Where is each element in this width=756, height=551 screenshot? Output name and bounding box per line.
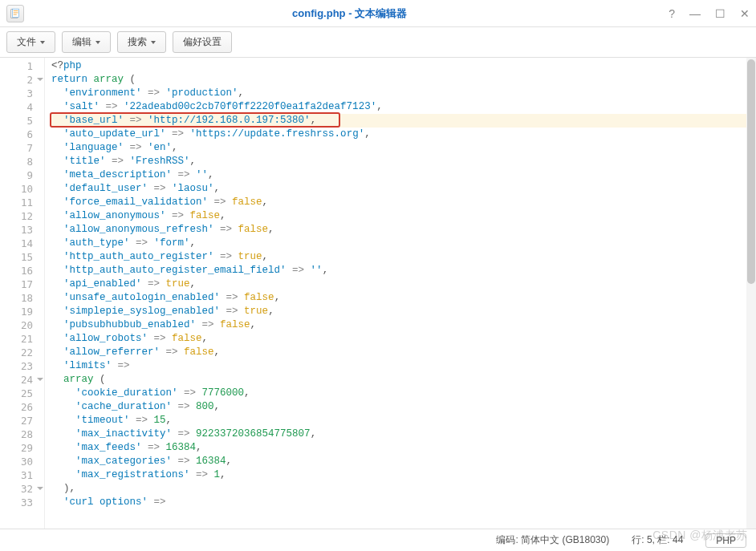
line-number: 18 xyxy=(0,291,33,305)
edit-menu-label: 编辑 xyxy=(72,35,91,49)
code-line[interactable]: 'max_feeds' => 16384, xyxy=(51,441,746,455)
close-icon[interactable]: ✕ xyxy=(740,8,750,19)
line-number: 5 xyxy=(0,114,33,128)
help-icon[interactable]: ? xyxy=(669,8,675,19)
line-number: 28 xyxy=(0,427,33,441)
code-line[interactable]: 'default_user' => 'laosu', xyxy=(51,182,746,196)
line-number: 31 xyxy=(0,468,33,482)
code-editor[interactable]: 1234567891011121314151617181920212223242… xyxy=(0,58,756,529)
line-number: 9 xyxy=(0,168,33,182)
line-number: 23 xyxy=(0,359,33,373)
edit-menu[interactable]: 编辑 xyxy=(62,31,111,53)
code-line[interactable]: 'base_url' => 'http://192.168.0.197:5380… xyxy=(51,114,746,128)
line-number: 13 xyxy=(0,223,33,237)
code-line[interactable]: 'meta_description' => '', xyxy=(51,168,746,182)
line-number: 25 xyxy=(0,387,33,400)
line-number: 1 xyxy=(0,59,33,73)
scrollbar-thumb[interactable] xyxy=(747,59,755,284)
maximize-icon[interactable]: ☐ xyxy=(715,8,726,19)
line-number: 32 xyxy=(0,482,33,496)
line-number: 22 xyxy=(0,346,33,359)
language-selector[interactable]: PHP xyxy=(705,533,746,548)
code-line[interactable]: 'curl options' => xyxy=(51,496,746,509)
code-line[interactable]: <?php xyxy=(51,59,746,73)
code-line[interactable]: 'max_registrations' => 1, xyxy=(51,468,746,482)
titlebar: config.php - 文本编辑器 ? — ☐ ✕ xyxy=(0,0,756,27)
line-number: 17 xyxy=(0,278,33,291)
line-number: 26 xyxy=(0,400,33,414)
line-number: 12 xyxy=(0,209,33,223)
code-line[interactable]: 'limits' => xyxy=(51,359,746,373)
code-line[interactable]: 'max_categories' => 16384, xyxy=(51,455,746,468)
status-encoding: 编码: 简体中文 (GB18030) xyxy=(496,533,609,547)
statusbar: 编码: 简体中文 (GB18030) 行: 5, 栏: 44 PHP xyxy=(0,529,756,551)
code-line[interactable]: 'allow_robots' => false, xyxy=(51,332,746,346)
line-number: 27 xyxy=(0,414,33,427)
line-number: 15 xyxy=(0,250,33,264)
line-number: 3 xyxy=(0,87,33,100)
code-line[interactable]: 'cookie_duration' => 7776000, xyxy=(51,387,746,400)
svg-rect-1 xyxy=(13,9,19,18)
code-line[interactable]: 'allow_anonymous_refresh' => false, xyxy=(51,223,746,237)
line-number: 19 xyxy=(0,305,33,318)
code-line[interactable]: 'unsafe_autologin_enabled' => false, xyxy=(51,291,746,305)
line-number: 10 xyxy=(0,182,33,196)
caret-down-icon xyxy=(151,41,156,44)
line-number: 29 xyxy=(0,441,33,455)
code-line[interactable]: 'environment' => 'production', xyxy=(51,87,746,100)
prefs-button[interactable]: 偏好设置 xyxy=(173,31,232,53)
line-number: 30 xyxy=(0,455,33,468)
file-menu-label: 文件 xyxy=(17,35,36,49)
prefs-button-label: 偏好设置 xyxy=(183,35,222,49)
line-number: 7 xyxy=(0,141,33,155)
code-line[interactable]: 'pubsubhubbub_enabled' => false, xyxy=(51,318,746,332)
code-line[interactable]: 'auto_update_url' => 'https://update.fre… xyxy=(51,128,746,141)
code-line[interactable]: ), xyxy=(51,482,746,496)
code-line[interactable]: 'simplepie_syslog_enabled' => true, xyxy=(51,305,746,318)
line-number: 8 xyxy=(0,155,33,168)
line-number: 16 xyxy=(0,264,33,278)
code-line[interactable]: 'auth_type' => 'form', xyxy=(51,237,746,250)
search-menu-label: 搜索 xyxy=(128,35,147,49)
code-line[interactable]: 'force_email_validation' => false, xyxy=(51,196,746,209)
code-line[interactable]: 'cache_duration' => 800, xyxy=(51,400,746,414)
line-number: 2 xyxy=(0,73,33,87)
code-line[interactable]: 'allow_referrer' => false, xyxy=(51,346,746,359)
app-icon xyxy=(6,5,24,22)
code-area[interactable]: <?phpreturn array ( 'environment' => 'pr… xyxy=(45,58,746,529)
caret-down-icon xyxy=(96,41,100,44)
toolbar: 文件 编辑 搜索 偏好设置 xyxy=(0,27,756,58)
line-number: 33 xyxy=(0,496,33,509)
code-line[interactable]: 'http_auth_auto_register_email_field' =>… xyxy=(51,264,746,278)
line-number: 24 xyxy=(0,373,33,387)
search-menu[interactable]: 搜索 xyxy=(117,31,166,53)
line-number: 20 xyxy=(0,318,33,332)
line-number: 21 xyxy=(0,332,33,346)
code-line[interactable]: 'title' => 'FreshRSS', xyxy=(51,155,746,168)
code-line[interactable]: 'http_auth_auto_register' => true, xyxy=(51,250,746,264)
window-title: config.php - 文本编辑器 xyxy=(30,6,669,21)
code-line[interactable]: 'language' => 'en', xyxy=(51,141,746,155)
code-line[interactable]: 'allow_anonymous' => false, xyxy=(51,209,746,223)
minimize-icon[interactable]: — xyxy=(689,8,701,19)
file-menu[interactable]: 文件 xyxy=(6,31,55,53)
code-line[interactable]: 'salt' => '22adeabd00c2cb70f0ff2220f0ea1… xyxy=(51,100,746,114)
code-line[interactable]: return array ( xyxy=(51,73,746,87)
code-line[interactable]: 'timeout' => 15, xyxy=(51,414,746,427)
code-line[interactable]: array ( xyxy=(51,373,746,387)
code-line[interactable]: 'max_inactivity' => 9223372036854775807, xyxy=(51,427,746,441)
scrollbar-vertical[interactable] xyxy=(746,58,756,529)
caret-down-icon xyxy=(40,41,45,44)
line-number: 14 xyxy=(0,237,33,250)
line-number: 6 xyxy=(0,128,33,141)
line-number: 11 xyxy=(0,196,33,209)
line-gutter: 1234567891011121314151617181920212223242… xyxy=(0,58,45,529)
status-cursor-pos: 行: 5, 栏: 44 xyxy=(632,533,683,547)
code-line[interactable]: 'api_enabled' => true, xyxy=(51,278,746,291)
line-number: 4 xyxy=(0,100,33,114)
